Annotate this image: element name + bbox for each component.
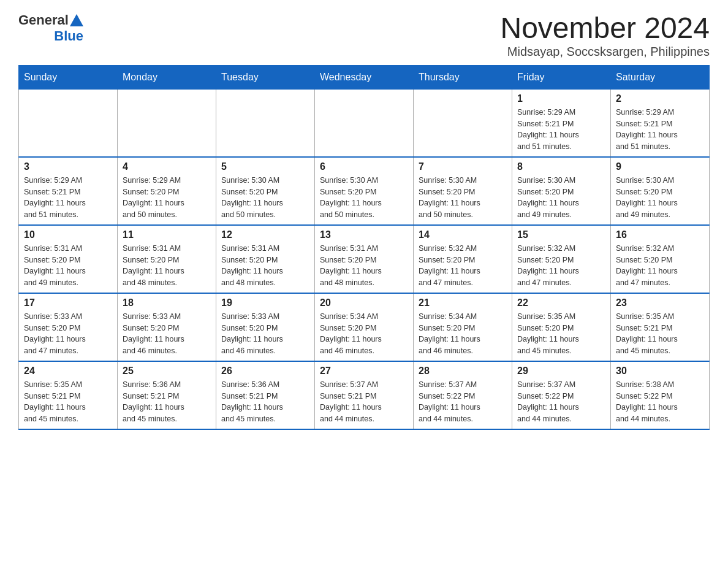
day-number: 27: [320, 366, 408, 377]
day-info: Sunrise: 5:30 AM Sunset: 5:20 PM Dayligh…: [419, 175, 507, 221]
day-number: 4: [123, 161, 211, 172]
day-info: Sunrise: 5:33 AM Sunset: 5:20 PM Dayligh…: [24, 311, 112, 357]
day-info: Sunrise: 5:33 AM Sunset: 5:20 PM Dayligh…: [221, 311, 309, 357]
calendar-cell: [216, 89, 315, 157]
logo-general: General: [18, 12, 69, 28]
calendar-cell: 30Sunrise: 5:38 AM Sunset: 5:22 PM Dayli…: [611, 361, 710, 429]
day-number: 28: [419, 366, 507, 377]
day-number: 29: [517, 366, 605, 377]
day-info: Sunrise: 5:30 AM Sunset: 5:20 PM Dayligh…: [616, 175, 704, 221]
day-info: Sunrise: 5:37 AM Sunset: 5:22 PM Dayligh…: [419, 379, 507, 425]
logo: General Blue: [18, 12, 83, 44]
day-number: 15: [517, 229, 605, 240]
day-info: Sunrise: 5:35 AM Sunset: 5:20 PM Dayligh…: [517, 311, 605, 357]
day-info: Sunrise: 5:30 AM Sunset: 5:20 PM Dayligh…: [517, 175, 605, 221]
day-number: 24: [24, 366, 112, 377]
calendar-cell: 8Sunrise: 5:30 AM Sunset: 5:20 PM Daylig…: [512, 157, 611, 225]
day-info: Sunrise: 5:29 AM Sunset: 5:21 PM Dayligh…: [517, 107, 605, 153]
calendar-cell: 4Sunrise: 5:29 AM Sunset: 5:20 PM Daylig…: [118, 157, 216, 225]
calendar-cell: [414, 89, 512, 157]
calendar-cell: 9Sunrise: 5:30 AM Sunset: 5:20 PM Daylig…: [611, 157, 710, 225]
day-number: 2: [616, 93, 704, 104]
weekday-header-sunday: Sunday: [19, 65, 118, 89]
calendar-cell: 19Sunrise: 5:33 AM Sunset: 5:20 PM Dayli…: [216, 293, 315, 361]
calendar-cell: 2Sunrise: 5:29 AM Sunset: 5:21 PM Daylig…: [611, 89, 710, 157]
calendar-cell: 16Sunrise: 5:32 AM Sunset: 5:20 PM Dayli…: [611, 225, 710, 293]
day-number: 11: [123, 229, 211, 240]
weekday-header-wednesday: Wednesday: [315, 65, 414, 89]
day-info: Sunrise: 5:29 AM Sunset: 5:21 PM Dayligh…: [24, 175, 112, 221]
calendar-cell: 6Sunrise: 5:30 AM Sunset: 5:20 PM Daylig…: [315, 157, 414, 225]
day-number: 26: [221, 366, 309, 377]
day-number: 6: [320, 161, 408, 172]
calendar-cell: 29Sunrise: 5:37 AM Sunset: 5:22 PM Dayli…: [512, 361, 611, 429]
week-row-3: 10Sunrise: 5:31 AM Sunset: 5:20 PM Dayli…: [19, 225, 710, 293]
day-info: Sunrise: 5:34 AM Sunset: 5:20 PM Dayligh…: [419, 311, 507, 357]
calendar-cell: 13Sunrise: 5:31 AM Sunset: 5:20 PM Dayli…: [315, 225, 414, 293]
calendar-cell: 27Sunrise: 5:37 AM Sunset: 5:21 PM Dayli…: [315, 361, 414, 429]
weekday-header-row: SundayMondayTuesdayWednesdayThursdayFrid…: [19, 65, 710, 89]
title-block: November 2024 Midsayap, Soccsksargen, Ph…: [500, 12, 710, 59]
day-info: Sunrise: 5:37 AM Sunset: 5:21 PM Dayligh…: [320, 379, 408, 425]
calendar-table: SundayMondayTuesdayWednesdayThursdayFrid…: [18, 65, 710, 430]
calendar-cell: 18Sunrise: 5:33 AM Sunset: 5:20 PM Dayli…: [118, 293, 216, 361]
calendar-cell: 14Sunrise: 5:32 AM Sunset: 5:20 PM Dayli…: [414, 225, 512, 293]
weekday-header-tuesday: Tuesday: [216, 65, 315, 89]
calendar-cell: 1Sunrise: 5:29 AM Sunset: 5:21 PM Daylig…: [512, 89, 611, 157]
week-row-2: 3Sunrise: 5:29 AM Sunset: 5:21 PM Daylig…: [19, 157, 710, 225]
calendar-cell: 28Sunrise: 5:37 AM Sunset: 5:22 PM Dayli…: [414, 361, 512, 429]
page-header: General Blue November 2024 Midsayap, Soc…: [18, 12, 710, 59]
day-number: 13: [320, 229, 408, 240]
day-number: 14: [419, 229, 507, 240]
day-info: Sunrise: 5:38 AM Sunset: 5:22 PM Dayligh…: [616, 379, 704, 425]
day-info: Sunrise: 5:36 AM Sunset: 5:21 PM Dayligh…: [123, 379, 211, 425]
weekday-header-thursday: Thursday: [414, 65, 512, 89]
day-number: 22: [517, 297, 605, 308]
day-number: 7: [419, 161, 507, 172]
calendar-cell: 21Sunrise: 5:34 AM Sunset: 5:20 PM Dayli…: [414, 293, 512, 361]
calendar-cell: 22Sunrise: 5:35 AM Sunset: 5:20 PM Dayli…: [512, 293, 611, 361]
day-info: Sunrise: 5:36 AM Sunset: 5:21 PM Dayligh…: [221, 379, 309, 425]
day-number: 17: [24, 297, 112, 308]
day-number: 16: [616, 229, 704, 240]
day-number: 21: [419, 297, 507, 308]
calendar-cell: 17Sunrise: 5:33 AM Sunset: 5:20 PM Dayli…: [19, 293, 118, 361]
day-number: 10: [24, 229, 112, 240]
day-info: Sunrise: 5:31 AM Sunset: 5:20 PM Dayligh…: [320, 243, 408, 289]
day-info: Sunrise: 5:35 AM Sunset: 5:21 PM Dayligh…: [24, 379, 112, 425]
calendar-cell: 11Sunrise: 5:31 AM Sunset: 5:20 PM Dayli…: [118, 225, 216, 293]
day-number: 1: [517, 93, 605, 104]
svg-marker-0: [70, 14, 83, 26]
calendar-cell: [118, 89, 216, 157]
day-info: Sunrise: 5:33 AM Sunset: 5:20 PM Dayligh…: [123, 311, 211, 357]
day-number: 9: [616, 161, 704, 172]
location-title: Midsayap, Soccsksargen, Philippines: [500, 45, 710, 59]
day-info: Sunrise: 5:35 AM Sunset: 5:21 PM Dayligh…: [616, 311, 704, 357]
day-number: 30: [616, 366, 704, 377]
day-number: 3: [24, 161, 112, 172]
weekday-header-saturday: Saturday: [611, 65, 710, 89]
day-number: 12: [221, 229, 309, 240]
calendar-cell: 3Sunrise: 5:29 AM Sunset: 5:21 PM Daylig…: [19, 157, 118, 225]
calendar-cell: 20Sunrise: 5:34 AM Sunset: 5:20 PM Dayli…: [315, 293, 414, 361]
week-row-4: 17Sunrise: 5:33 AM Sunset: 5:20 PM Dayli…: [19, 293, 710, 361]
calendar-cell: 10Sunrise: 5:31 AM Sunset: 5:20 PM Dayli…: [19, 225, 118, 293]
month-title: November 2024: [500, 12, 710, 45]
calendar-cell: [19, 89, 118, 157]
logo-blue: Blue: [54, 28, 83, 44]
day-info: Sunrise: 5:32 AM Sunset: 5:20 PM Dayligh…: [419, 243, 507, 289]
calendar-cell: 5Sunrise: 5:30 AM Sunset: 5:20 PM Daylig…: [216, 157, 315, 225]
day-info: Sunrise: 5:34 AM Sunset: 5:20 PM Dayligh…: [320, 311, 408, 357]
day-info: Sunrise: 5:30 AM Sunset: 5:20 PM Dayligh…: [320, 175, 408, 221]
calendar-cell: 26Sunrise: 5:36 AM Sunset: 5:21 PM Dayli…: [216, 361, 315, 429]
day-info: Sunrise: 5:32 AM Sunset: 5:20 PM Dayligh…: [517, 243, 605, 289]
week-row-1: 1Sunrise: 5:29 AM Sunset: 5:21 PM Daylig…: [19, 89, 710, 157]
day-number: 5: [221, 161, 309, 172]
calendar-cell: 24Sunrise: 5:35 AM Sunset: 5:21 PM Dayli…: [19, 361, 118, 429]
week-row-5: 24Sunrise: 5:35 AM Sunset: 5:21 PM Dayli…: [19, 361, 710, 429]
day-info: Sunrise: 5:30 AM Sunset: 5:20 PM Dayligh…: [221, 175, 309, 221]
day-number: 19: [221, 297, 309, 308]
weekday-header-monday: Monday: [118, 65, 216, 89]
calendar-cell: [315, 89, 414, 157]
day-number: 25: [123, 366, 211, 377]
